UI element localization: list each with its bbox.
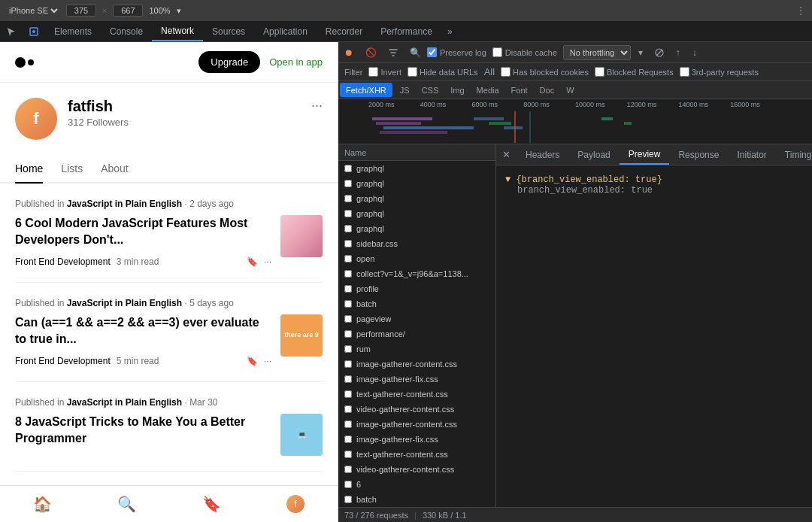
type-tab-css[interactable]: CSS <box>416 81 445 99</box>
article-more-icon[interactable]: ··· <box>264 256 271 267</box>
bottom-nav-home[interactable]: 🏠 <box>33 495 52 513</box>
open-in-app-button[interactable]: Open in app <box>269 56 323 68</box>
request-item[interactable]: profile <box>338 281 495 296</box>
tab-console[interactable]: Console <box>101 21 152 41</box>
request-item[interactable]: open <box>338 251 495 266</box>
type-tab-js[interactable]: JS <box>394 81 416 99</box>
hide-data-urls-label[interactable]: Hide data URLs <box>408 67 478 77</box>
request-item[interactable]: video-gatherer-content.css <box>338 462 495 477</box>
tab-network[interactable]: Network <box>152 21 203 41</box>
request-item[interactable]: 6 <box>338 477 495 492</box>
bottom-nav-search[interactable]: 🔍 <box>117 495 136 513</box>
request-item[interactable]: graphql <box>338 161 495 176</box>
disable-cache-label[interactable]: Disable cache <box>492 47 557 57</box>
type-tab-w[interactable]: W <box>560 81 580 99</box>
request-checkbox[interactable] <box>344 165 352 172</box>
blocked-requests-label[interactable]: Blocked Requests <box>595 67 674 77</box>
more-options-icon[interactable]: ⋮ <box>795 5 806 17</box>
request-checkbox[interactable] <box>344 270 352 278</box>
detail-tab-payload[interactable]: Payload <box>568 144 619 165</box>
detail-tab-timing[interactable]: Timing <box>776 144 812 165</box>
blocked-cookies-label[interactable]: Has blocked cookies <box>501 67 589 77</box>
invert-label[interactable]: Invert <box>368 67 401 77</box>
article-tag[interactable]: Front End Development <box>15 356 111 366</box>
more-tabs[interactable]: » <box>441 26 459 37</box>
request-item[interactable]: image-gatherer-fix.css <box>338 432 495 447</box>
article-title[interactable]: 6 Cool Modern JavaScript Features Most D… <box>15 215 271 249</box>
request-checkbox[interactable] <box>344 210 352 217</box>
request-checkbox[interactable] <box>344 315 352 323</box>
request-checkbox[interactable] <box>344 330 352 338</box>
request-checkbox[interactable] <box>344 255 352 263</box>
request-item[interactable]: batch <box>338 296 495 311</box>
request-checkbox[interactable] <box>344 375 352 383</box>
request-checkbox[interactable] <box>344 225 352 232</box>
request-checkbox[interactable] <box>344 195 352 202</box>
type-tab-font[interactable]: Font <box>505 81 534 99</box>
bookmark-icon[interactable]: 🔖 <box>247 356 258 366</box>
preserve-log-checkbox[interactable] <box>427 47 437 57</box>
request-checkbox[interactable] <box>344 481 352 488</box>
upload-icon[interactable]: ↑ <box>670 42 686 62</box>
request-item[interactable]: graphql <box>338 221 495 236</box>
filter-icon[interactable] <box>383 42 404 62</box>
detail-tab-headers[interactable]: Headers <box>517 144 568 165</box>
blocked-cookies-checkbox[interactable] <box>501 67 511 77</box>
nav-about[interactable]: About <box>101 155 129 182</box>
request-item[interactable]: text-gatherer-content.css <box>338 387 495 402</box>
request-item[interactable]: graphql <box>338 191 495 206</box>
type-tab-fetch-xhr[interactable]: Fetch/XHR <box>340 83 392 97</box>
request-item[interactable]: image-gatherer-content.css <box>338 357 495 372</box>
request-checkbox[interactable] <box>344 345 352 353</box>
download-icon[interactable]: ↓ <box>686 42 703 62</box>
tab-application[interactable]: Application <box>254 21 317 41</box>
search-button[interactable]: 🔍 <box>404 42 427 62</box>
request-item[interactable]: graphql <box>338 206 495 221</box>
blocked-requests-checkbox[interactable] <box>595 67 604 77</box>
request-item[interactable]: image-gatherer-content.css <box>338 417 495 432</box>
third-party-label[interactable]: 3rd-party requests <box>680 67 759 77</box>
inspect-tool[interactable] <box>23 21 45 41</box>
throttle-chevron[interactable]: ▾ <box>632 42 649 62</box>
detail-tab-response[interactable]: Response <box>669 144 728 165</box>
tab-elements[interactable]: Elements <box>45 21 101 41</box>
type-tab-doc[interactable]: Doc <box>534 81 561 99</box>
preserve-log-label[interactable]: Preserve log <box>427 47 486 57</box>
third-party-checkbox[interactable] <box>680 67 689 77</box>
request-item[interactable]: text-gatherer-content.css <box>338 447 495 462</box>
article-more-icon[interactable]: ··· <box>264 356 271 366</box>
tab-sources[interactable]: Sources <box>203 21 254 41</box>
bookmark-icon[interactable]: 🔖 <box>247 256 258 267</box>
request-item[interactable]: image-gatherer-fix.css <box>338 372 495 387</box>
close-detail-button[interactable]: ✕ <box>496 149 517 160</box>
request-item[interactable]: collect?v=1&_v=j96&a=1138... <box>338 266 495 281</box>
record-button[interactable]: ⏺ <box>338 42 359 62</box>
request-checkbox[interactable] <box>344 360 352 368</box>
article-title[interactable]: 8 JavaScript Tricks to Make You a Better… <box>15 414 271 448</box>
request-checkbox[interactable] <box>344 496 352 503</box>
request-item[interactable]: video-gatherer-content.css <box>338 402 495 417</box>
request-item[interactable]: batch <box>338 492 495 507</box>
nav-home[interactable]: Home <box>15 155 43 182</box>
cursor-tool[interactable] <box>0 21 23 41</box>
disable-cache-checkbox[interactable] <box>492 47 502 57</box>
zoom-chevron[interactable]: ▾ <box>177 6 181 16</box>
clear-button[interactable]: 🚫 <box>359 42 383 62</box>
request-checkbox[interactable] <box>344 240 352 247</box>
type-tab-media[interactable]: Media <box>471 81 505 99</box>
request-checkbox[interactable] <box>344 451 352 458</box>
throttle-select[interactable]: No throttling <box>563 45 631 60</box>
request-checkbox[interactable] <box>344 300 352 308</box>
bottom-nav-profile[interactable]: f <box>286 495 304 513</box>
request-item[interactable]: graphql <box>338 176 495 191</box>
article-tag[interactable]: Front End Development <box>15 256 111 267</box>
request-checkbox[interactable] <box>344 466 352 473</box>
invert-checkbox[interactable] <box>368 67 378 77</box>
request-checkbox[interactable] <box>344 436 352 443</box>
width-input[interactable] <box>66 5 96 17</box>
profile-more-button[interactable]: ··· <box>311 98 323 114</box>
request-checkbox[interactable] <box>344 180 352 187</box>
request-checkbox[interactable] <box>344 420 352 428</box>
detail-tab-preview[interactable]: Preview <box>620 144 670 165</box>
hide-data-urls-checkbox[interactable] <box>408 67 417 77</box>
